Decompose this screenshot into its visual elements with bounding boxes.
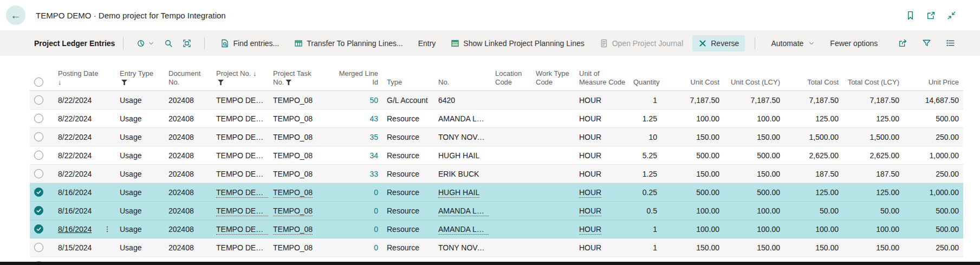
cell-posting_date[interactable]: 8/22/2024 bbox=[51, 165, 115, 183]
cell-project_task_no[interactable]: TEMPO_08 bbox=[269, 128, 328, 146]
cell-quantity[interactable]: 0.25 bbox=[629, 183, 661, 202]
cell-project_task_no[interactable]: TEMPO_08 bbox=[269, 183, 328, 202]
column-header-work_type_code[interactable]: Work TypeCode bbox=[531, 56, 575, 91]
cell-total_cost[interactable]: 125.00 bbox=[784, 183, 843, 202]
cell-unit_cost[interactable]: 500.00 bbox=[661, 183, 724, 202]
cell-merged_line_id[interactable]: 0 bbox=[328, 183, 382, 202]
cell-no[interactable]: HUGH HAIL bbox=[434, 183, 491, 202]
cell-entry_type[interactable]: Usage bbox=[115, 238, 164, 257]
table-row[interactable]: 8/22/2024Usage202408TEMPO DEMOTEMPO_0850… bbox=[30, 91, 963, 109]
action-reverse[interactable]: Reverse bbox=[692, 35, 745, 51]
filter-icon[interactable] bbox=[922, 38, 931, 48]
cell-project_task_no[interactable]: TEMPO_08 bbox=[269, 91, 328, 109]
action-entry[interactable]: Entry bbox=[412, 35, 442, 51]
cell-project_no[interactable]: TEMPO DEMO bbox=[212, 238, 269, 257]
cell-unit_cost_lcy[interactable]: 7,187.50 bbox=[724, 91, 784, 109]
cell-unit_cost_lcy[interactable]: 500.00 bbox=[724, 183, 784, 202]
cell-total_cost_lcy[interactable]: 1,500.00 bbox=[843, 128, 904, 146]
cell-type[interactable]: G/L Account bbox=[382, 91, 434, 109]
table-row[interactable]: 8/15/2024Usage202408TEMPO DEMOTEMPO_080R… bbox=[30, 238, 963, 257]
cell-location_code[interactable] bbox=[491, 109, 531, 128]
row-checkbox[interactable] bbox=[34, 224, 43, 234]
row-checkbox[interactable] bbox=[34, 206, 43, 215]
column-header-quantity[interactable]: Quantity bbox=[629, 56, 661, 91]
cell-no[interactable]: HUGH HAIL bbox=[434, 146, 491, 165]
cell-total_cost_lcy[interactable]: 187.50 bbox=[843, 165, 904, 183]
table-row[interactable]: 8/16/2024Usage202408TEMPO DEMOTEMPO_080R… bbox=[30, 202, 963, 220]
cell-posting_date[interactable]: 8/16/2024 bbox=[51, 202, 115, 220]
cell-total_cost[interactable]: 2,625.00 bbox=[784, 146, 843, 165]
cell-unit_of_measure_code[interactable]: HOUR bbox=[575, 165, 629, 183]
fewer-options-button[interactable]: Fewer options bbox=[824, 35, 884, 51]
cell-merged_line_id[interactable]: 0 bbox=[328, 202, 382, 220]
cell-project_task_no[interactable]: TEMPO_08 bbox=[269, 165, 328, 183]
cell-no[interactable]: 6420 bbox=[434, 91, 491, 109]
table-row[interactable]: 8/22/2024Usage202408TEMPO DEMOTEMPO_0833… bbox=[30, 165, 963, 183]
cell-project_no[interactable]: TEMPO DEMO bbox=[212, 146, 269, 165]
cell-merged_line_id[interactable]: 0 bbox=[328, 220, 382, 238]
cell-posting_date[interactable]: 8/22/2024 bbox=[51, 109, 115, 128]
column-header-location_code[interactable]: LocationCode bbox=[491, 56, 531, 91]
cell-document_no[interactable]: 202408 bbox=[164, 109, 212, 128]
cell-quantity[interactable]: 0.5 bbox=[629, 202, 661, 220]
table-row[interactable]: 8/16/2024Usage202408TEMPO DEMOTEMPO_080R… bbox=[30, 183, 963, 202]
cell-unit_price[interactable]: 1,000.00 bbox=[904, 183, 963, 202]
cell-work_type_code[interactable] bbox=[531, 146, 575, 165]
cell-merged_line_id[interactable]: 50 bbox=[328, 91, 382, 109]
cell-merged_line_id[interactable]: 33 bbox=[328, 165, 382, 183]
cell-work_type_code[interactable] bbox=[531, 165, 575, 183]
cell-quantity[interactable]: 5.25 bbox=[629, 146, 661, 165]
column-header-unit_of_measure_code[interactable]: Unit ofMeasure Code bbox=[575, 56, 629, 91]
cell-unit_price[interactable]: 250.00 bbox=[904, 128, 963, 146]
cell-unit_cost[interactable]: 150.00 bbox=[661, 128, 724, 146]
bookmark-icon[interactable] bbox=[906, 11, 915, 20]
cell-project_no[interactable]: TEMPO DEMO bbox=[212, 220, 269, 238]
table-row[interactable]: 8/16/2024Usage202408TEMPO DEMOTEMPO_080R… bbox=[30, 220, 963, 238]
cell-location_code[interactable] bbox=[491, 238, 531, 257]
cell-total_cost[interactable]: 7,187.50 bbox=[784, 91, 843, 109]
cell-total_cost_lcy[interactable]: 2,625.00 bbox=[843, 146, 904, 165]
cell-posting_date[interactable]: 8/22/2024 bbox=[51, 146, 115, 165]
cell-project_no[interactable]: TEMPO DEMO bbox=[212, 202, 269, 220]
cell-total_cost_lcy[interactable]: 100.00 bbox=[843, 220, 904, 238]
cell-unit_price[interactable]: 500.00 bbox=[904, 220, 963, 238]
cell-unit_cost_lcy[interactable]: 500.00 bbox=[724, 146, 784, 165]
cell-total_cost_lcy[interactable]: 125.00 bbox=[843, 183, 904, 202]
cell-project_no[interactable]: TEMPO DEMO bbox=[212, 165, 269, 183]
cell-location_code[interactable] bbox=[491, 165, 531, 183]
cell-unit_cost_lcy[interactable]: 100.00 bbox=[724, 220, 784, 238]
cell-document_no[interactable]: 202408 bbox=[164, 220, 212, 238]
cell-document_no[interactable]: 202408 bbox=[164, 146, 212, 165]
cell-posting_date[interactable]: 8/15/2024 bbox=[51, 238, 115, 257]
cell-unit_cost_lcy[interactable]: 100.00 bbox=[724, 202, 784, 220]
cell-total_cost_lcy[interactable]: 150.00 bbox=[843, 238, 904, 257]
cell-total_cost_lcy[interactable]: 50.00 bbox=[843, 202, 904, 220]
cell-type[interactable]: Resource bbox=[382, 165, 434, 183]
popout-icon[interactable] bbox=[926, 11, 936, 20]
column-header-posting_date[interactable]: Posting Date↓ bbox=[51, 56, 115, 91]
column-header-type[interactable]: Type bbox=[382, 56, 434, 91]
focus-mode-button[interactable] bbox=[178, 36, 196, 51]
cell-unit_cost_lcy[interactable]: 150.00 bbox=[724, 165, 784, 183]
cell-location_code[interactable] bbox=[491, 91, 531, 109]
cell-document_no[interactable]: 202408 bbox=[164, 165, 212, 183]
cell-work_type_code[interactable] bbox=[531, 109, 575, 128]
column-header-unit_cost_lcy[interactable]: Unit Cost (LCY) bbox=[724, 56, 784, 91]
cell-total_cost_lcy[interactable]: 7,187.50 bbox=[843, 91, 904, 109]
cell-quantity[interactable]: 1.25 bbox=[629, 165, 661, 183]
cell-document_no[interactable]: 202408 bbox=[164, 91, 212, 109]
cell-project_task_no[interactable]: TEMPO_08 bbox=[269, 146, 328, 165]
cell-merged_line_id[interactable]: 0 bbox=[328, 238, 382, 257]
cell-work_type_code[interactable] bbox=[531, 238, 575, 257]
cell-unit_of_measure_code[interactable]: HOUR bbox=[575, 220, 629, 238]
table-row[interactable]: 8/22/2024Usage202408TEMPO DEMOTEMPO_0843… bbox=[30, 109, 963, 128]
cell-document_no[interactable]: 202408 bbox=[164, 202, 212, 220]
cell-unit_cost_lcy[interactable]: 150.00 bbox=[724, 238, 784, 257]
column-header-total_cost[interactable]: Total Cost bbox=[784, 56, 843, 91]
column-header-entry_type[interactable]: Entry Type bbox=[115, 56, 164, 91]
cell-no[interactable]: ERIK BUCK bbox=[434, 165, 491, 183]
cell-work_type_code[interactable] bbox=[531, 183, 575, 202]
cell-merged_line_id[interactable]: 34 bbox=[328, 146, 382, 165]
cell-quantity[interactable]: 1 bbox=[629, 220, 661, 238]
row-checkbox[interactable] bbox=[34, 95, 43, 105]
